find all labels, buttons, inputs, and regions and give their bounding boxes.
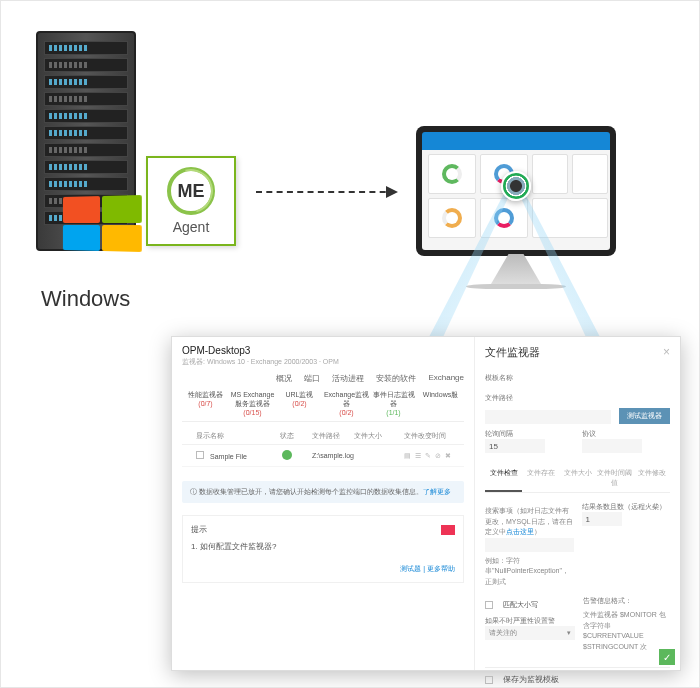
- chevron-down-icon: ▾: [567, 629, 571, 637]
- click-here-link[interactable]: 点击这里: [506, 528, 534, 535]
- monitor-category-tabs: 性能监视器(0/7) MS Exchange服务监视器(0/15) URL监视(…: [182, 390, 464, 422]
- table-row[interactable]: Sample File Z:\sample.log ▤ ☰ ✎ ⊘ ✖: [182, 445, 464, 467]
- row-action-icons[interactable]: ▤ ☰ ✎ ⊘ ✖: [404, 452, 464, 460]
- tab-perf[interactable]: 性能监视器(0/7): [182, 390, 229, 417]
- search-input[interactable]: [485, 538, 573, 552]
- tips-box: 提示 1. 如何配置文件监视器? 测试题 | 更多帮助: [182, 515, 464, 583]
- info-bar: ⓘ 数据收集管理已放开，请您确认开始检测每个监控端口的数据收集信息。了解更多: [182, 481, 464, 503]
- subtab-size[interactable]: 文件大小: [559, 464, 596, 492]
- tab-eventlog[interactable]: 事件日志监视器(1/1): [370, 390, 417, 417]
- arrow-icon: [256, 191, 396, 193]
- architecture-diagram: Windows ME Agent: [21, 31, 679, 281]
- subtab-exists[interactable]: 文件存在: [522, 464, 559, 492]
- agent-label: Agent: [173, 219, 210, 235]
- side-panel: × 文件监视器 模板名称 文件路径 测试监视器 轮询间隔15 协议 文件检查 文…: [474, 337, 680, 670]
- eye-icon: [501, 171, 531, 201]
- file-path-input[interactable]: [485, 410, 611, 424]
- subtab-time[interactable]: 文件时间阈值: [596, 464, 633, 492]
- tips-badge-icon: [441, 525, 455, 535]
- protocol-input[interactable]: [582, 439, 642, 453]
- app-subtitle: 监视器: Windows 10 · Exchange 2000/2003 · O…: [182, 357, 464, 367]
- status-ok-icon: [282, 450, 292, 460]
- app-title: OPM-Desktop3: [182, 345, 464, 356]
- tab-exch[interactable]: Exchange监视器(0/2): [323, 390, 370, 417]
- close-icon[interactable]: ×: [663, 345, 670, 359]
- top-tabs: 概况 端口 活动进程 安装的软件 Exchange: [182, 373, 464, 384]
- me-agent-logo-icon: ME: [167, 167, 215, 215]
- projection-beam: [406, 166, 626, 246]
- tip-question: 1. 如何配置文件监视器?: [191, 541, 455, 552]
- result-count-input[interactable]: 1: [582, 512, 622, 526]
- subtab-mod[interactable]: 文件修改: [633, 464, 670, 492]
- table-header: 显示名称状态 文件路径文件大小 文件改变时间: [182, 428, 464, 445]
- tab-processes[interactable]: 活动进程: [332, 373, 364, 384]
- tab-exchange[interactable]: Exchange: [428, 373, 464, 384]
- side-panel-title: 文件监视器: [485, 345, 670, 360]
- tab-software[interactable]: 安装的软件: [376, 373, 416, 384]
- severity-select[interactable]: 请关注的▾: [485, 626, 575, 640]
- app-window: OPM-Desktop3 监视器: Windows 10 · Exchange …: [171, 336, 681, 671]
- tab-overview[interactable]: 概况: [276, 373, 292, 384]
- app-main-pane: OPM-Desktop3 监视器: Windows 10 · Exchange …: [172, 337, 474, 670]
- tab-msexchange[interactable]: MS Exchange服务监视器(0/15): [229, 390, 276, 417]
- side-subtabs: 文件检查 文件存在 文件大小 文件时间阈值 文件修改: [485, 464, 670, 493]
- case-checkbox[interactable]: [485, 601, 493, 609]
- test-monitor-button[interactable]: 测试监视器: [619, 408, 670, 424]
- windows-logo-icon: [61, 196, 141, 251]
- save-template-checkbox[interactable]: [485, 676, 493, 684]
- poll-input[interactable]: 15: [485, 439, 545, 453]
- row-checkbox[interactable]: [196, 451, 204, 459]
- os-label: Windows: [41, 286, 130, 312]
- learn-more-link[interactable]: 了解更多: [423, 488, 451, 495]
- subtab-filecheck[interactable]: 文件检查: [485, 464, 522, 492]
- tab-url[interactable]: URL监视(0/2): [276, 390, 323, 417]
- agent-box: ME Agent: [146, 156, 236, 246]
- tips-links[interactable]: 测试题 | 更多帮助: [191, 564, 455, 574]
- tab-ports[interactable]: 端口: [304, 373, 320, 384]
- confirm-button[interactable]: ✓: [659, 649, 675, 665]
- tab-winserv[interactable]: Windows服: [417, 390, 464, 417]
